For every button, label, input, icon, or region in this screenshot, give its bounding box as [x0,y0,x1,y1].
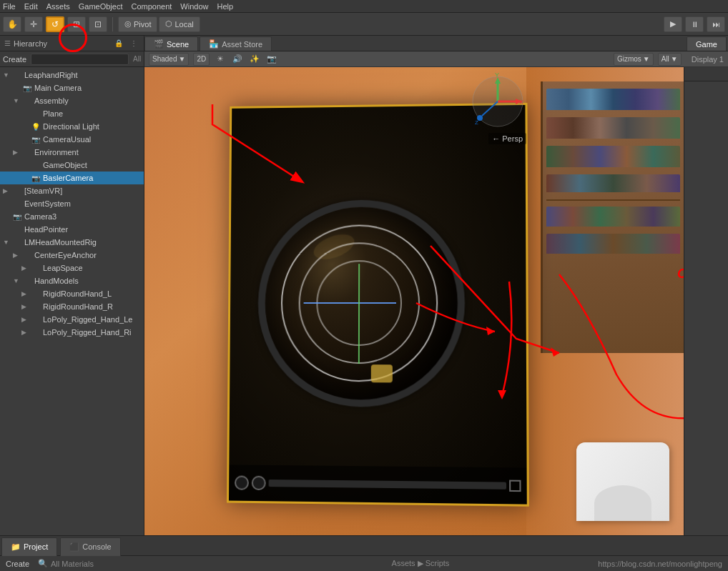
arrow-lopolyriggedri: ▶ [21,329,31,336]
tree-item-headpointer[interactable]: HeadPointer [0,223,144,236]
tree-item-centereyeanchor[interactable]: ▶ CenterEyeAnchor [0,249,144,262]
tree-item-camera3[interactable]: 📷 Camera3 [0,210,144,223]
menu-help[interactable]: Help [217,2,233,11]
hierarchy-toolbar: Create All [0,51,144,67]
tree-item-rigidroundhandr[interactable]: ▶ RigidRoundHand_R [0,300,144,313]
scale-tool[interactable]: ⊞ [67,16,86,32]
lens-light-spot [371,364,393,382]
arrow-lmheadmountedrig: ▼ [3,239,13,246]
pivot-local-group: ◎ Pivot ⬡ Local [118,16,200,32]
menu-edit[interactable]: Edit [24,2,38,11]
arrow-leaphandright: ▼ [3,71,13,79]
tree-item-environment[interactable]: ▶ Environment [0,146,144,159]
tree-item-gameobject[interactable]: GameObject [0,159,144,172]
label-baslercamera: BaslerCamera [43,174,93,182]
scene-tabs: 🎬 Scene 🏪 Asset Store Game [144,36,728,51]
menu-assets[interactable]: Assets [46,2,70,11]
label-steamvr: [SteamVR] [24,187,62,195]
tree-item-plane[interactable]: Plane [0,107,144,120]
scene-tab-scene[interactable]: 🎬 Scene [144,36,198,51]
tree-item-lopolyriggedri[interactable]: ▶ LoPoly_Rigged_Hand_Ri [0,326,144,339]
rotate-tool[interactable]: ↺ [46,16,64,32]
label-rigidroundhandl: RigidRoundHand_L [43,289,112,298]
label-headpointer: HeadPointer [24,225,68,234]
tree-item-assembly[interactable]: ▼ Assembly [0,94,144,107]
tree-item-eventsystem[interactable]: EventSystem [0,197,144,210]
hierarchy-panel: ☰ Hierarchy 🔒 ⋮ Create All ▼ LeaphandRig… [0,36,144,535]
console-tab-label: Console [82,542,111,551]
label-assembly: Assembly [34,96,69,105]
gizmos-button[interactable]: Gizmos ▼ [614,53,654,66]
bottom-tab-project[interactable]: 📁 Project [1,537,57,556]
hierarchy-lock-btn[interactable]: 🔒 [112,39,125,48]
menu-window[interactable]: Window [180,2,208,11]
hierarchy-menu-btn[interactable]: ⋮ [128,39,139,48]
arrow-leapspace: ▶ [21,264,31,272]
local-button[interactable]: ⬡ Local [159,16,200,32]
hand-tool[interactable]: ✋ [3,16,21,32]
search-icon-bottom: 🔍 [38,559,48,568]
arrow-rigidroundhandl: ▶ [21,290,31,297]
monitor-btn-2 [252,476,266,490]
project-tab-label: Project [24,542,48,551]
scene-tab-label: Scene [167,40,189,49]
assetstore-tab-icon: 🏪 [209,39,219,49]
scene-white-object-dome [594,485,651,521]
shelf-divider-1 [546,199,680,201]
books-row-4 [546,174,680,192]
tree-item-lmheadmountedrig[interactable]: ▼ LMHeadMountedRig [0,236,144,249]
label-plane: Plane [43,109,63,118]
step-button[interactable]: ⏭ [707,16,725,32]
label-maincamera: Main Camera [34,84,82,92]
menu-gameobject[interactable]: GameObject [79,2,123,11]
play-controls: ▶ ⏸ ⏭ [664,16,725,32]
all-layers-dropdown[interactable]: All ▼ [658,53,682,66]
persp-label: ← Persp [488,133,526,144]
tree-item-leapspace[interactable]: ▶ LeapSpace [0,262,144,274]
camera-settings[interactable]: 📷 [265,53,278,66]
hierarchy-search-label: All [133,55,141,63]
hierarchy-search-input[interactable] [31,54,129,65]
rect-tool[interactable]: ⊡ [89,16,107,32]
tree-item-maincamera[interactable]: 📷 Main Camera [0,81,144,94]
hierarchy-title: Hierarchy [14,39,47,48]
game-panel [684,67,728,535]
shading-dropdown[interactable]: Shaded ▼ [149,53,189,66]
icon-maincamera: 📷 [23,84,33,92]
game-tab[interactable]: Game [687,36,727,51]
bottom-tab-console[interactable]: ⬛ Console [60,537,120,556]
game-tab-label: Game [696,40,717,49]
bottom-tabs-bar: 📁 Project ⬛ Console [0,535,728,555]
all-layers-chevron: ▼ [671,55,678,63]
scene-tab-assetstore[interactable]: 🏪 Asset Store [200,36,272,51]
icon-camerausual: 📷 [31,136,41,144]
tree-item-steamvr[interactable]: ▶ [SteamVR] [0,184,144,197]
pivot-button[interactable]: ◎ Pivot [118,16,157,32]
tree-item-lopolyriggedle[interactable]: ▶ LoPoly_Rigged_Hand_Le [0,313,144,326]
scene-toolbar: Shaded ▼ 2D ☀ 🔊 ✨ 📷 Gizmos ▼ All ▼ Di [144,51,728,67]
bottom-create-button[interactable]: Create [6,560,29,568]
2d-toggle[interactable]: 2D [193,53,210,66]
tree-item-rigidroundhandl[interactable]: ▶ RigidRoundHand_L [0,287,144,300]
move-tool[interactable]: ✛ [24,16,43,32]
gizmo-svg: Y X Z [469,73,526,130]
monitor-progress [269,480,506,490]
effects-toggle[interactable]: ✨ [248,53,261,66]
tree-item-leaphandright[interactable]: ▼ LeaphandRight [0,69,144,81]
tree-item-baslercamera[interactable]: 📷 BaslerCamera [0,172,144,184]
scene-viewport[interactable]: Y X Z ← Persp [144,67,684,535]
hierarchy-create-button[interactable]: Create [3,55,26,64]
pause-button[interactable]: ⏸ [685,16,704,32]
tree-item-directionallight[interactable]: 💡 Directional Light [0,120,144,133]
hierarchy-header: ☰ Hierarchy 🔒 ⋮ [0,36,144,51]
local-label: Local [174,20,193,29]
tree-item-handmodels[interactable]: ▼ HandModels [0,274,144,287]
audio-toggle[interactable]: 🔊 [231,53,244,66]
play-button[interactable]: ▶ [664,16,682,32]
lighting-toggle[interactable]: ☀ [214,53,227,66]
menu-component[interactable]: Component [131,2,172,11]
main-toolbar: ✋ ✛ ↺ ⊞ ⊡ ◎ Pivot ⬡ Local ▶ ⏸ ⏭ [0,13,728,36]
bottom-path: Assets ▶ Scripts [392,559,450,568]
menu-file[interactable]: File [3,2,16,11]
tree-item-camerausual[interactable]: 📷 CameraUsual [0,133,144,146]
